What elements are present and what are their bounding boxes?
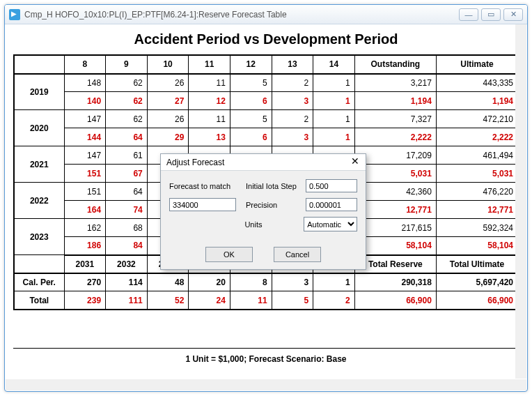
col-header: 10 — [147, 56, 189, 74]
forecast-input[interactable] — [169, 198, 236, 211]
cell: 7,327 — [354, 110, 436, 128]
cell: 592,324 — [436, 219, 517, 237]
cell: 62 — [106, 92, 148, 110]
cell: 68 — [106, 219, 148, 237]
cell: 64 — [106, 183, 148, 201]
cell: 58,104 — [436, 237, 517, 255]
cell: 17,209 — [354, 146, 436, 165]
cell: 2 — [272, 74, 313, 92]
total-header: Total — [15, 291, 65, 310]
cell: 5,031 — [436, 165, 517, 183]
footer-text: 1 Unit = $1,000; Forecast Scenario: Base — [13, 348, 519, 364]
titlebar: Cmp_H HOFO_10x10:PL(I)_EP:PTF[M6.24-1]:R… — [5, 5, 527, 24]
cell: 5,031 — [354, 165, 436, 183]
footer-col-header: Total Ultimate — [436, 255, 517, 273]
vertical-scrollbar[interactable] — [515, 24, 526, 379]
cell: 290,318 — [354, 273, 436, 291]
cell: 111 — [106, 291, 148, 310]
adjust-forecast-dialog: Adjust Forecast ✕ Forecast to match Init… — [160, 153, 366, 270]
dialog-titlebar: Adjust Forecast ✕ — [161, 154, 366, 171]
cell: 162 — [64, 219, 106, 237]
units-select[interactable]: Automatic — [304, 217, 357, 231]
cell: 62 — [106, 74, 148, 92]
cell: 74 — [106, 201, 148, 219]
year-header: 2023 — [15, 219, 65, 255]
cell: 270 — [64, 273, 106, 291]
year-header: 2020 — [15, 110, 65, 146]
cell: 61 — [106, 146, 148, 165]
cell: 62 — [106, 110, 148, 128]
year-header: 2021 — [15, 146, 65, 183]
cell: 11 — [189, 110, 230, 128]
cell: 2,222 — [354, 128, 436, 146]
cell: 1 — [313, 273, 355, 291]
cell: 1 — [313, 128, 355, 146]
col-header: 14 — [313, 56, 355, 74]
cell: 3 — [272, 273, 313, 291]
cell: 52 — [147, 291, 189, 310]
cell: 26 — [147, 110, 189, 128]
col-header: 11 — [189, 56, 230, 74]
cell: 13 — [189, 128, 230, 146]
cell: 64 — [106, 128, 148, 146]
cell: 5 — [230, 74, 272, 92]
col-header: 13 — [272, 56, 313, 74]
cell: 2,222 — [436, 128, 517, 146]
forecast-label: Forecast to match — [169, 182, 242, 190]
col-header: 12 — [230, 56, 272, 74]
cell: 472,210 — [436, 110, 517, 128]
footer-col-header: 2032 — [106, 255, 148, 273]
footer-col-header: Total Reserve — [354, 255, 436, 273]
app-icon — [9, 9, 20, 20]
cell: 3 — [272, 128, 313, 146]
cell: 12 — [189, 92, 230, 110]
cell: 147 — [64, 146, 106, 165]
cell: 476,220 — [436, 183, 517, 201]
cell: 6 — [230, 92, 272, 110]
cell: 1 — [313, 92, 355, 110]
cancel-button[interactable]: Cancel — [274, 247, 321, 262]
cell: 48 — [147, 273, 189, 291]
dialog-close-icon[interactable]: ✕ — [349, 155, 361, 168]
cell: 239 — [64, 291, 106, 310]
col-header: Ultimate — [436, 56, 517, 74]
units-label: Units — [244, 220, 299, 229]
cell: 151 — [64, 183, 106, 201]
cell: 1 — [313, 74, 355, 92]
cell: 66,900 — [354, 291, 436, 310]
cell: 5,697,420 — [436, 273, 517, 291]
cell: 217,615 — [354, 219, 436, 237]
cell: 66,900 — [436, 291, 517, 310]
window-title: Cmp_H HOFO_10x10:PL(I)_EP:PTF[M6.24-1]:R… — [24, 10, 459, 20]
cell: 29 — [147, 128, 189, 146]
precision-label: Precision — [246, 201, 302, 209]
col-header: Outstanding — [354, 56, 436, 74]
cell: 151 — [64, 165, 106, 183]
iota-label: Initial Iota Step — [246, 182, 302, 190]
minimize-button[interactable]: — — [459, 8, 478, 21]
cell: 12,771 — [436, 201, 517, 219]
precision-input[interactable] — [306, 198, 357, 211]
footer-col-header: 2031 — [64, 255, 106, 273]
cell: 148 — [64, 74, 106, 92]
cell: 24 — [189, 291, 230, 310]
close-button[interactable]: ✕ — [503, 8, 523, 21]
cell: 42,360 — [354, 183, 436, 201]
cell: 26 — [147, 74, 189, 92]
cell: 27 — [147, 92, 189, 110]
cell: 67 — [106, 165, 148, 183]
horizontal-scrollbar[interactable] — [6, 379, 515, 390]
cell: 164 — [64, 201, 106, 219]
cell: 461,494 — [436, 146, 517, 165]
cell: 8 — [230, 273, 272, 291]
cell: 147 — [64, 110, 106, 128]
cell: 3 — [272, 92, 313, 110]
dialog-title: Adjust Forecast — [166, 158, 224, 167]
cell: 5 — [230, 110, 272, 128]
cell: 84 — [106, 237, 148, 255]
cell: 1,194 — [354, 92, 436, 110]
cell: 443,335 — [436, 74, 517, 92]
maximize-button[interactable]: ▭ — [481, 8, 501, 21]
ok-button[interactable]: OK — [205, 247, 253, 262]
iota-input[interactable] — [306, 179, 357, 192]
